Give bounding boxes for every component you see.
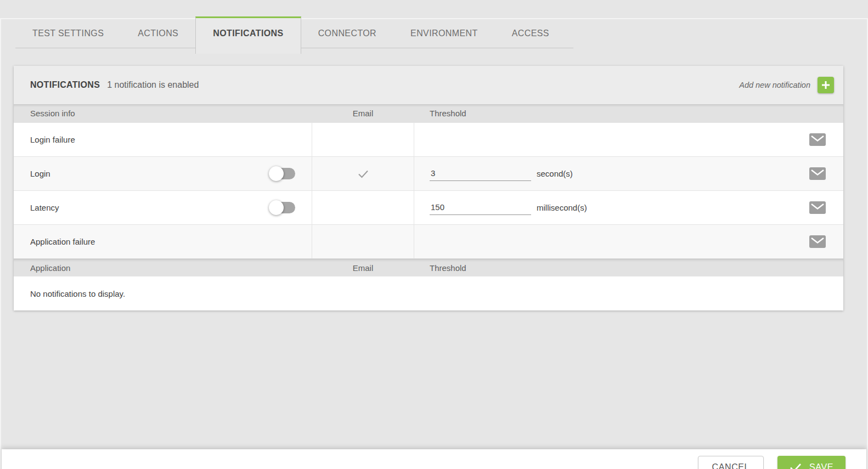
column-header-email: Email: [312, 109, 414, 118]
tab-notifications[interactable]: NOTIFICATIONS: [195, 16, 301, 54]
settings-page: TEST SETTINGS ACTIONS NOTIFICATIONS CONN…: [0, 18, 868, 469]
tab-connector[interactable]: CONNECTOR: [301, 18, 393, 48]
notifications-panel: NOTIFICATIONS 1 notification is enabled …: [14, 66, 843, 310]
toggle-thumb: [269, 166, 284, 181]
mail-icon: [809, 167, 826, 180]
table-row-latency: Latency millisecond(s): [14, 190, 843, 224]
threshold-unit-label: second(s): [537, 169, 573, 178]
table-row-login: Login second(s): [14, 156, 843, 190]
row-label: Login: [30, 169, 50, 178]
column-header-session-info: Session info: [14, 109, 312, 118]
tab-test-settings[interactable]: TEST SETTINGS: [15, 18, 121, 48]
save-button-label: SAVE: [809, 462, 833, 469]
mail-icon: [809, 133, 826, 146]
email-cell: [312, 123, 414, 156]
row-label-cell: Latency: [14, 191, 312, 224]
mail-icon: [809, 235, 826, 248]
threshold-cell: [414, 225, 843, 258]
save-button[interactable]: SAVE: [777, 456, 846, 469]
action-bar: CANCEL SAVE: [2, 449, 866, 469]
latency-toggle[interactable]: [269, 200, 295, 215]
email-enabled-check-icon: [357, 169, 369, 179]
tab-access[interactable]: ACCESS: [495, 18, 566, 48]
plus-icon: [821, 80, 831, 90]
row-label-cell: Login: [14, 157, 312, 190]
email-settings-button[interactable]: [809, 167, 826, 180]
email-settings-button[interactable]: [809, 235, 826, 248]
panel-header-actions: Add new notification: [739, 77, 834, 93]
panel-subtitle: 1 notification is enabled: [107, 80, 199, 90]
email-cell: [312, 157, 414, 190]
threshold-unit-label: millisecond(s): [537, 203, 587, 212]
threshold-cell: millisecond(s): [414, 191, 843, 224]
row-label: Latency: [30, 203, 59, 212]
check-icon: [790, 463, 802, 469]
mail-icon: [809, 201, 826, 214]
cancel-button[interactable]: CANCEL: [698, 456, 764, 469]
tab-actions[interactable]: ACTIONS: [121, 18, 195, 48]
threshold-cell: second(s): [414, 157, 843, 190]
column-header-email: Email: [312, 263, 414, 273]
panel-header: NOTIFICATIONS 1 notification is enabled …: [14, 66, 843, 104]
login-toggle[interactable]: [269, 166, 295, 181]
add-notification-button[interactable]: [818, 77, 834, 93]
column-header-application: Application: [14, 263, 312, 273]
panel-title: NOTIFICATIONS: [30, 80, 100, 90]
email-cell: [312, 191, 414, 224]
tab-environment[interactable]: ENVIRONMENT: [393, 18, 495, 48]
empty-state-message: No notifications to display.: [14, 276, 843, 310]
column-header-threshold: Threshold: [414, 263, 843, 273]
email-cell: [312, 225, 414, 258]
latency-threshold-input[interactable]: [430, 201, 531, 215]
add-new-notification-label: Add new notification: [739, 81, 810, 89]
email-settings-button[interactable]: [809, 201, 826, 214]
tab-bar: TEST SETTINGS ACTIONS NOTIFICATIONS CONN…: [15, 18, 573, 48]
login-threshold-input[interactable]: [430, 167, 531, 181]
email-settings-button[interactable]: [809, 133, 826, 146]
application-table-header: Application Email Threshold: [14, 258, 843, 276]
column-header-threshold: Threshold: [414, 109, 843, 118]
table-row-login-failure: Login failure: [14, 122, 843, 156]
toggle-thumb: [269, 200, 284, 215]
threshold-cell: [414, 123, 843, 156]
row-label: Login failure: [14, 123, 312, 156]
table-row-application-failure: Application failure: [14, 224, 843, 258]
session-table-header: Session info Email Threshold: [14, 104, 843, 122]
row-label: Application failure: [14, 225, 312, 258]
